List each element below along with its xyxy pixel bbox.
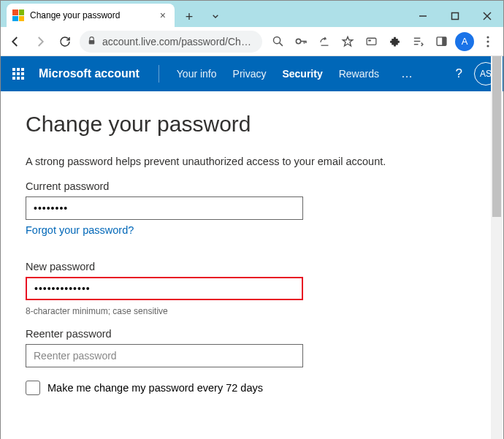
address-bar[interactable]: account.live.com/password/Chang… <box>80 31 262 53</box>
window-maximize-button[interactable] <box>439 5 471 27</box>
page-content: Microsoft account Your info Privacy Secu… <box>1 56 503 439</box>
help-icon[interactable]: ? <box>456 66 462 81</box>
tab-title: Change your password <box>30 10 151 20</box>
password-hint: 8-character minimum; case sensitive <box>26 306 478 316</box>
window-minimize-button[interactable] <box>407 5 439 27</box>
reenter-password-label: Reenter password <box>26 328 478 340</box>
current-password-input[interactable] <box>26 196 303 220</box>
ms-header: Microsoft account Your info Privacy Secu… <box>1 56 503 91</box>
svg-rect-12 <box>368 39 371 41</box>
forgot-password-link[interactable]: Forgot your password? <box>26 224 134 236</box>
window-close-button[interactable] <box>471 5 503 27</box>
browser-titlebar: Change your password × + <box>1 1 503 27</box>
page-title: Change your password <box>26 112 478 137</box>
browser-toolbar: account.live.com/password/Chang… A <box>1 27 503 56</box>
browser-tab[interactable]: Change your password × <box>7 4 175 27</box>
microsoft-favicon <box>12 9 24 21</box>
svg-point-18 <box>486 36 489 38</box>
search-icon[interactable] <box>267 31 289 53</box>
nav-your-info[interactable]: Your info <box>177 68 217 80</box>
nav-security[interactable]: Security <box>282 68 322 80</box>
current-password-label: Current password <box>26 180 478 192</box>
reading-list-icon[interactable] <box>407 31 429 53</box>
extensions-icon[interactable] <box>383 31 405 53</box>
share-icon[interactable] <box>313 31 335 53</box>
svg-line-6 <box>279 43 282 46</box>
reenter-password-input[interactable] <box>26 344 303 367</box>
svg-point-20 <box>486 45 489 47</box>
nav-divider <box>159 65 159 83</box>
sidepanel-icon[interactable] <box>430 31 452 53</box>
forward-button[interactable] <box>30 31 50 52</box>
bookmark-star-icon[interactable] <box>337 31 359 53</box>
rotate-password-label: Make me change my password every 72 days <box>47 382 263 394</box>
nav-more-icon[interactable]: … <box>401 67 414 80</box>
reload-button[interactable] <box>55 31 75 52</box>
payment-icon[interactable] <box>360 31 382 53</box>
svg-rect-4 <box>89 39 95 43</box>
page-scrollbar[interactable] <box>491 56 503 439</box>
new-password-label: New password <box>26 261 478 272</box>
profile-avatar[interactable]: A <box>454 31 476 53</box>
svg-point-19 <box>486 40 489 42</box>
page-subtitle: A strong password helps prevent unauthor… <box>26 156 478 167</box>
tab-overflow-icon[interactable] <box>199 5 232 27</box>
scrollbar-thumb[interactable] <box>492 56 501 217</box>
ms-brand[interactable]: Microsoft account <box>39 67 150 80</box>
new-tab-button[interactable]: + <box>179 7 199 27</box>
new-password-input[interactable] <box>26 277 303 300</box>
close-tab-icon[interactable]: × <box>157 9 169 21</box>
nav-privacy[interactable]: Privacy <box>233 68 267 80</box>
back-button[interactable] <box>5 31 26 52</box>
svg-rect-17 <box>442 37 446 45</box>
password-key-icon[interactable] <box>290 31 312 53</box>
svg-point-5 <box>273 37 280 43</box>
app-launcher-icon[interactable] <box>7 62 30 85</box>
lock-icon <box>87 36 96 47</box>
rotate-password-checkbox[interactable] <box>26 381 40 395</box>
url-text: account.live.com/password/Chang… <box>102 36 255 47</box>
svg-rect-1 <box>452 13 459 20</box>
menu-dots-icon[interactable] <box>477 31 499 53</box>
svg-rect-11 <box>367 38 376 45</box>
nav-rewards[interactable]: Rewards <box>339 68 379 80</box>
svg-point-7 <box>296 39 300 43</box>
